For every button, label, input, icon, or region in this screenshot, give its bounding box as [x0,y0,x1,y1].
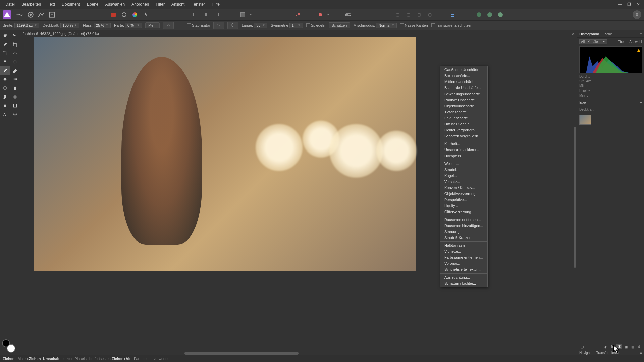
force-pressure[interactable] [163,22,174,29]
stock-c[interactable] [496,10,505,19]
align-center[interactable] [202,10,210,19]
filter-menu-item[interactable]: Vignette... [440,248,487,254]
tool-selection-marquee[interactable] [0,49,10,58]
filter-menu-item[interactable]: Gitterverzerrung... [440,209,487,215]
align-panel[interactable] [448,10,457,19]
filter-menu-item[interactable]: Bewegungsunschärfe... [440,91,487,97]
add-layer-button[interactable]: ▤ [630,344,635,349]
filter-menu-item[interactable]: Boxunschärfe... [440,73,487,79]
tool-pen[interactable] [0,101,10,110]
check-stabilisator[interactable] [187,23,191,27]
field-symmetrie[interactable]: 1▼ [289,23,303,28]
filter-menu-item[interactable]: Lichter vergrößern... [440,127,487,133]
hist-source-auswahl[interactable]: Auswahl [629,40,642,44]
filter-menu-item[interactable]: Strudel... [440,167,487,173]
filter-menu-item[interactable]: Voronoi... [440,260,487,266]
field-haerte[interactable]: 0 %▼ [125,23,142,28]
selection-type-d[interactable] [141,10,150,19]
arrange-a[interactable]: ▢ [393,10,402,19]
selection-type-a[interactable] [109,10,118,19]
filter-menu-item[interactable]: Gaußsche Unschärfe... [440,67,487,73]
filter-menu-item[interactable]: Wellen... [440,161,487,167]
filter-menu-item[interactable]: Tiefenschärfe... [440,109,487,115]
close-tab-button[interactable]: ✕ [572,32,575,36]
filter-menu-item[interactable]: Ausleuchtung... [440,274,487,280]
scrollbar-vertical[interactable] [573,44,577,351]
menu-datei[interactable]: Datei [2,1,18,8]
filter-menu-item[interactable]: Hochpass... [440,153,487,159]
field-mischmodus[interactable]: Normal▼ [376,23,396,28]
tool-dodge[interactable] [0,84,10,93]
panel-menu-icon[interactable]: ≡ [640,32,642,36]
align-left[interactable] [191,10,200,19]
arrange-d[interactable]: ▢ [426,10,434,19]
filter-menu-item[interactable]: Objektivunschärfe... [440,103,487,109]
more-button[interactable]: Mehr [145,22,160,28]
filter-menu-item[interactable]: Objektivverzerrung... [440,191,487,197]
panel-menu-icon[interactable]: ≡ [640,100,642,104]
menu-filter[interactable]: Filter [152,1,168,8]
align-right[interactable] [212,10,221,19]
panel-menu-icon[interactable]: ≡ [640,351,642,355]
filter-menu-item[interactable]: Halbtonraster... [440,242,487,248]
preview-toggle[interactable] [344,10,353,19]
persona-develop[interactable] [26,10,35,19]
layer-mask-button[interactable]: ▢ [579,344,585,349]
stock-b[interactable] [485,10,494,19]
persona-tone[interactable] [37,10,46,19]
filter-menu-item[interactable]: Schatten vergrößern... [440,133,487,139]
menu-fenster[interactable]: Fenster [188,1,208,8]
document-tab[interactable]: fashion-6146328_1920.jpg [Geändert] (75,… [20,30,577,37]
field-deckkraft[interactable]: 100 %▼ [60,23,79,28]
fx-button[interactable]: fx [610,344,615,349]
filter-menu-item[interactable]: Schatten / Lichter... [440,280,487,286]
tab-farbe[interactable]: Farbe [602,32,612,36]
filter-menu-item[interactable]: Radiale Unschärfe... [440,97,487,103]
field-laenge[interactable]: 35▼ [254,23,267,28]
check-spiegeln[interactable] [306,23,310,27]
tool-color-picker[interactable] [0,40,10,49]
tool-erase[interactable] [10,66,20,75]
hist-source-ebene[interactable]: Ebene [618,40,627,44]
persona-export[interactable] [48,10,56,19]
tool-selection-brush[interactable] [10,58,20,66]
selection-type-b[interactable] [120,10,128,19]
assistant-toggle[interactable] [316,10,325,19]
tool-text[interactable]: A [0,110,10,119]
tool-mesh[interactable] [10,110,20,119]
filter-menu-item[interactable]: Synthetisierte Textur... [440,266,487,273]
minimize-button[interactable]: — [616,2,623,7]
fill-dropdown[interactable] [238,10,247,19]
menu-auswaehlen[interactable]: Auswählen [102,1,128,8]
filter-menu-item[interactable]: Versatz... [440,179,487,185]
stabilizer-mode-b[interactable] [227,22,238,29]
selection-type-c[interactable] [130,10,139,19]
scrollbar-horizontal[interactable] [40,351,577,355]
tool-move[interactable] [10,32,20,40]
tool-gradient[interactable] [10,75,20,84]
tool-hand[interactable] [0,32,10,40]
tool-clone[interactable] [0,93,10,101]
check-nasse[interactable] [400,23,404,27]
account-button[interactable] [633,10,641,19]
tab-histogram[interactable]: Histogramm [579,32,599,36]
filter-menu-item[interactable]: Diffuser Schein... [440,121,487,127]
tab-ebenen[interactable]: Ebe [579,100,586,104]
tool-paint-brush[interactable] [0,66,10,75]
field-fluss[interactable]: 25 %▼ [94,23,111,28]
adjustment-button[interactable]: ◐ [603,344,608,349]
live-filter-button[interactable]: ⧗ [616,344,622,349]
filter-menu-item[interactable]: Unscharf maskieren... [440,147,487,153]
tab-transformieren[interactable]: Transformieren [596,351,619,355]
canvas[interactable] [20,37,577,355]
color-swatches[interactable] [2,339,15,353]
menu-dokument[interactable]: Dokument [58,1,84,8]
filter-menu-item[interactable]: Bilaterale Unschärfe... [440,85,487,91]
menu-bearbeiten[interactable]: Bearbeiten [18,1,44,8]
filter-menu-item[interactable]: Feldunschärfe... [440,115,487,121]
delete-layer-button[interactable]: 🗑 [637,344,642,349]
schuetzen-button[interactable]: Schützen [329,22,350,28]
arrange-b[interactable]: ▢ [404,10,413,19]
tool-healing[interactable] [10,93,20,101]
tool-crop[interactable] [10,40,20,49]
